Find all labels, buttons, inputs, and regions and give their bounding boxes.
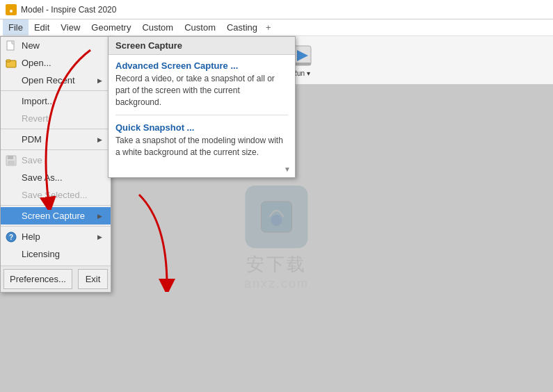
revert-icon — [5, 113, 17, 125]
quick-snapshot-item: Quick Snapshot ... Take a snapshot of th… — [109, 117, 295, 164]
help-icon: ? — [5, 231, 17, 243]
svg-rect-17 — [262, 202, 292, 232]
save-as-icon — [5, 172, 17, 184]
screen-capture-label: Screen Capture — [22, 211, 85, 221]
import-menu-item[interactable]: Import... — [1, 92, 111, 110]
menu-item-casting[interactable]: Casting — [221, 19, 263, 35]
separator-3 — [1, 149, 111, 150]
watermark-subtext: anxz.com — [244, 277, 309, 291]
separator-1 — [1, 90, 111, 91]
help-menu-item[interactable]: ? Help — [1, 228, 111, 245]
watermark: 安下载 anxz.com — [244, 186, 309, 291]
separator-4 — [1, 205, 111, 206]
svg-point-18 — [271, 215, 282, 226]
save-icon — [5, 154, 17, 167]
new-menu-item[interactable]: New — [1, 37, 111, 54]
window-title: Model - Inspire Cast 2020 — [21, 5, 116, 15]
screen-capture-icon — [5, 210, 17, 222]
screen-capture-submenu: Screen Capture Advanced Screen Capture .… — [108, 36, 296, 178]
save-as-menu-item[interactable]: Save As... — [1, 169, 111, 186]
menu-item-custom2[interactable]: Custom — [179, 19, 221, 35]
save-selected-icon — [5, 189, 17, 202]
submenu-scroll-arrow: ▼ — [109, 164, 295, 174]
menu-item-add[interactable]: + — [263, 21, 274, 34]
licensing-menu-item[interactable]: Licensing — [1, 245, 111, 263]
open-menu-item[interactable]: Open... — [1, 54, 111, 72]
menu-item-view[interactable]: View — [55, 19, 86, 35]
pdm-icon — [5, 133, 17, 146]
title-bar: Model - Inspire Cast 2020 — [0, 0, 553, 19]
screen-capture-menu-item[interactable]: Screen Capture — [1, 207, 111, 224]
quick-snapshot-title[interactable]: Quick Snapshot ... — [115, 122, 288, 133]
submenu-title: Screen Capture — [109, 37, 295, 55]
preferences-button[interactable]: Preferences... — [3, 269, 72, 289]
svg-point-1 — [10, 10, 13, 13]
menu-bar: File Edit View Geometry Custom Custom Ca… — [0, 19, 553, 36]
licensing-icon — [5, 248, 17, 261]
save-menu-item: Save — [1, 152, 111, 169]
menu-item-file[interactable]: File — [3, 19, 29, 35]
quick-snapshot-desc: Take a snapshot of the modeling window w… — [115, 135, 288, 158]
svg-rect-25 — [8, 161, 15, 165]
save-selected-menu-item: Save Selected... — [1, 186, 111, 204]
advanced-screen-capture-title[interactable]: Advanced Screen Capture ... — [115, 60, 288, 71]
advanced-screen-capture-item: Advanced Screen Capture ... Record a vid… — [109, 55, 295, 113]
separator-2 — [1, 129, 111, 129]
separator-5 — [1, 226, 111, 227]
import-icon — [5, 95, 17, 108]
open-icon — [5, 57, 17, 70]
open-recent-menu-item[interactable]: Open Recent — [1, 72, 111, 89]
menu-item-custom1[interactable]: Custom — [136, 19, 179, 35]
advanced-screen-capture-desc: Record a video, or take a snapshot of al… — [115, 73, 288, 108]
placeholder-icon — [5, 74, 17, 87]
revert-menu-item: Revert — [1, 110, 111, 127]
svg-rect-22 — [6, 60, 10, 62]
new-icon — [5, 40, 17, 52]
menu-item-edit[interactable]: Edit — [29, 19, 55, 35]
menu-item-geometry[interactable]: Geometry — [86, 19, 136, 35]
watermark-text: 安下载 — [246, 252, 307, 277]
svg-rect-24 — [8, 156, 13, 159]
file-menu-dropdown: New Open... Open Recent Import... Revert… — [0, 36, 111, 293]
exit-button[interactable]: Exit — [78, 269, 108, 289]
app-icon — [6, 4, 17, 15]
submenu-separator — [115, 115, 288, 115]
svg-text:?: ? — [9, 234, 13, 241]
pdm-menu-item[interactable]: PDM — [1, 131, 111, 148]
dropdown-bottom-bar: Preferences... Exit — [1, 266, 111, 292]
